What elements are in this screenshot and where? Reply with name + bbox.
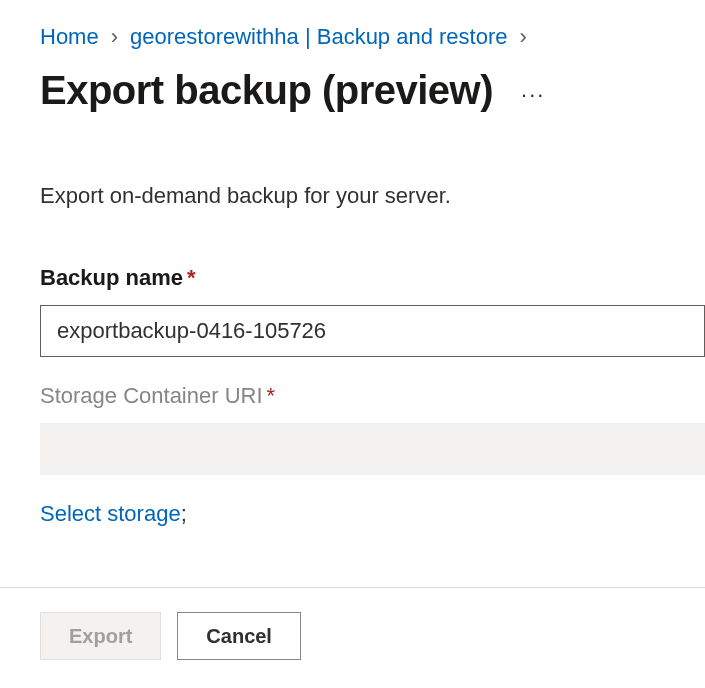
- page-title: Export backup (preview): [40, 68, 493, 113]
- cancel-button[interactable]: Cancel: [177, 612, 301, 660]
- breadcrumb: Home › georestorewithha | Backup and res…: [40, 24, 705, 50]
- chevron-right-icon: ›: [520, 24, 527, 50]
- more-actions-icon[interactable]: ···: [521, 74, 545, 108]
- storage-uri-label: Storage Container URI*: [40, 383, 705, 409]
- storage-uri-input: [40, 423, 705, 475]
- required-indicator: *: [267, 383, 276, 408]
- page-description: Export on-demand backup for your server.: [40, 183, 705, 209]
- breadcrumb-home[interactable]: Home: [40, 24, 99, 50]
- backup-name-label: Backup name*: [40, 265, 705, 291]
- backup-name-input[interactable]: [40, 305, 705, 357]
- chevron-right-icon: ›: [111, 24, 118, 50]
- breadcrumb-resource[interactable]: georestorewithha | Backup and restore: [130, 24, 508, 50]
- export-button[interactable]: Export: [40, 612, 161, 660]
- footer-actions: Export Cancel: [0, 587, 705, 688]
- select-storage-link[interactable]: Select storage: [40, 501, 181, 526]
- required-indicator: *: [187, 265, 196, 290]
- select-storage-row: Select storage;: [40, 501, 705, 527]
